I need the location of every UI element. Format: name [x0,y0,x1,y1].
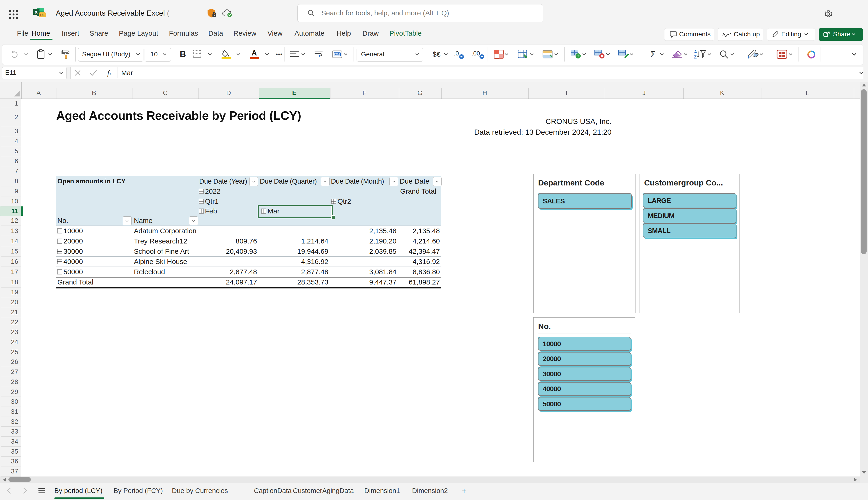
svg-text:DF: DF [40,13,45,17]
svg-text:A: A [694,50,697,54]
svg-text:X: X [34,10,37,15]
svg-text:.00: .00 [471,50,480,57]
svg-text:Z: Z [694,55,697,59]
svg-text:.0: .0 [454,50,459,57]
